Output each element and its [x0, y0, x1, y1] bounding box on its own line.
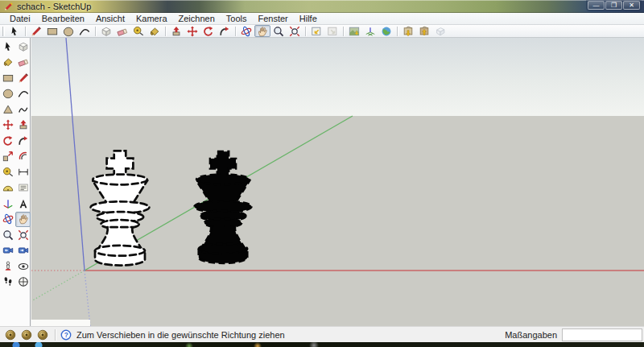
sidebar-rotate[interactable] [0, 133, 15, 149]
sidebar-move[interactable] [0, 118, 15, 134]
sidebar-select[interactable] [0, 39, 15, 55]
pencil-icon [18, 72, 29, 84]
menu-ansicht[interactable]: Ansicht [90, 13, 130, 25]
menu-zeichnen[interactable]: Zeichnen [173, 13, 221, 25]
toolbar-circle[interactable] [60, 25, 76, 37]
minimize-button[interactable]: — [588, 1, 605, 10]
toolbar-get-models[interactable] [400, 25, 416, 37]
menu-bearbeiten[interactable]: Bearbeiten [36, 13, 90, 25]
menu-hilfe[interactable]: Hilfe [294, 13, 323, 25]
toggle-terrain-icon [365, 26, 376, 37]
select-icon [9, 26, 20, 37]
sidebar-arc[interactable] [15, 86, 31, 102]
sidebar-section-plane[interactable] [15, 275, 31, 291]
sidebar-position-camera[interactable] [0, 258, 15, 275]
sidebar-zoom[interactable] [0, 227, 15, 243]
white-king-model[interactable] [91, 151, 150, 265]
toolbar-rotate[interactable] [200, 25, 217, 37]
title-bar: schach - SketchUp — ❐ ✕ [0, 0, 644, 13]
sidebar-zoom-extents[interactable] [15, 227, 31, 243]
3d-text-icon [18, 198, 29, 209]
toolbar-make-component[interactable] [98, 25, 114, 37]
toolbar-grip[interactable] [2, 27, 5, 36]
toolbar-previous-view[interactable] [308, 25, 324, 37]
toolbar-rectangle[interactable] [44, 25, 60, 37]
windows-taskbar-sliver[interactable] [0, 342, 644, 347]
pan-hand-icon [18, 213, 29, 225]
toolbar-push-pull[interactable] [168, 25, 184, 37]
toolbar-select[interactable] [6, 25, 23, 37]
maximize-button[interactable]: ❐ [605, 1, 622, 10]
blue-axis-dotted [85, 271, 90, 326]
zoom-extents-icon [18, 229, 29, 241]
status-message: Zum Verschieben in die gewünschte Richtu… [76, 330, 285, 340]
sidebar-rectangle[interactable] [0, 70, 15, 86]
toolbar-next-view[interactable] [324, 25, 341, 37]
sidebar-look-around[interactable] [15, 258, 31, 275]
toolbar-line[interactable] [28, 25, 44, 37]
push-pull-icon [171, 26, 182, 37]
sidebar-orbit[interactable] [0, 212, 15, 228]
toolbar-separator [95, 27, 96, 36]
rotate-icon [2, 135, 14, 147]
sidebar-eraser[interactable] [15, 55, 31, 71]
rectangle-icon [2, 72, 14, 84]
sidebar-pan[interactable] [15, 212, 31, 228]
toolbar-separator [343, 27, 344, 36]
sidebar-freehand[interactable] [15, 101, 31, 118]
sidebar-scale[interactable] [0, 149, 15, 165]
move-icon [187, 26, 198, 37]
sidebar-axes[interactable] [0, 196, 15, 212]
sidebar-dimension[interactable] [15, 164, 31, 180]
sidebar-offset[interactable] [15, 149, 31, 165]
toolbar-pan[interactable] [254, 25, 270, 37]
toolbar-zoom[interactable] [270, 25, 287, 37]
sidebar-paint-bucket[interactable] [0, 55, 15, 71]
sidebar-circle[interactable] [0, 86, 15, 102]
sidebar-line[interactable] [15, 70, 31, 86]
sidebar-follow-me[interactable] [15, 133, 31, 149]
sidebar-next-camera[interactable] [15, 243, 31, 259]
sidebar-tape-measure[interactable] [0, 164, 15, 180]
menu-tools[interactable]: Tools [221, 13, 253, 25]
sidebar-make-component[interactable] [15, 39, 31, 55]
toolbar-preview-google-earth[interactable] [378, 25, 394, 37]
toolbar-eraser[interactable] [114, 25, 130, 37]
black-king-model[interactable] [194, 151, 251, 263]
toolbar-component-faded[interactable] [432, 25, 448, 37]
toolbar-tape-measure[interactable] [130, 25, 147, 37]
toolbar-toggle-terrain[interactable] [362, 25, 378, 37]
zoom-icon [2, 229, 14, 241]
geolocation-medallion-icon[interactable] [5, 329, 16, 341]
measurements-label: Maßangaben [505, 330, 557, 340]
toolbar-orbit[interactable] [238, 25, 254, 37]
credits-medallion-icon[interactable] [21, 329, 32, 341]
toolbar-share-model[interactable] [416, 25, 432, 37]
toolbar-move[interactable] [184, 25, 200, 37]
sidebar-push-pull[interactable] [15, 118, 31, 134]
sidebar-walk[interactable] [0, 275, 15, 291]
toolbar-follow-me[interactable] [217, 25, 233, 37]
close-button[interactable]: ✕ [623, 1, 640, 10]
menu-datei[interactable]: Datei [4, 13, 36, 25]
model-viewport[interactable] [31, 38, 644, 326]
sidebar-3d-text[interactable] [15, 196, 31, 212]
sidebar-text[interactable] [15, 180, 31, 196]
measurements-input[interactable] [562, 328, 642, 341]
position-camera-icon [2, 261, 14, 272]
sidebar-protractor[interactable] [0, 180, 15, 196]
menu-kamera[interactable]: Kamera [130, 13, 173, 25]
add-location-icon [349, 26, 360, 37]
signin-medallion-icon[interactable] [37, 329, 48, 341]
sidebar-polygon[interactable] [0, 101, 15, 118]
status-bar: ? Zum Verschieben in die gewünschte Rich… [0, 326, 644, 342]
main-area [0, 38, 644, 326]
help-icon[interactable]: ? [60, 329, 72, 341]
menu-fenster[interactable]: Fenster [252, 13, 293, 25]
toolbar-add-location[interactable] [346, 25, 362, 37]
toolbar-paint-bucket[interactable] [147, 25, 163, 37]
sidebar-previous-camera[interactable] [0, 243, 15, 259]
faded-component-icon [435, 26, 446, 37]
toolbar-zoom-extents[interactable] [287, 25, 303, 37]
toolbar-arc[interactable] [76, 25, 93, 37]
